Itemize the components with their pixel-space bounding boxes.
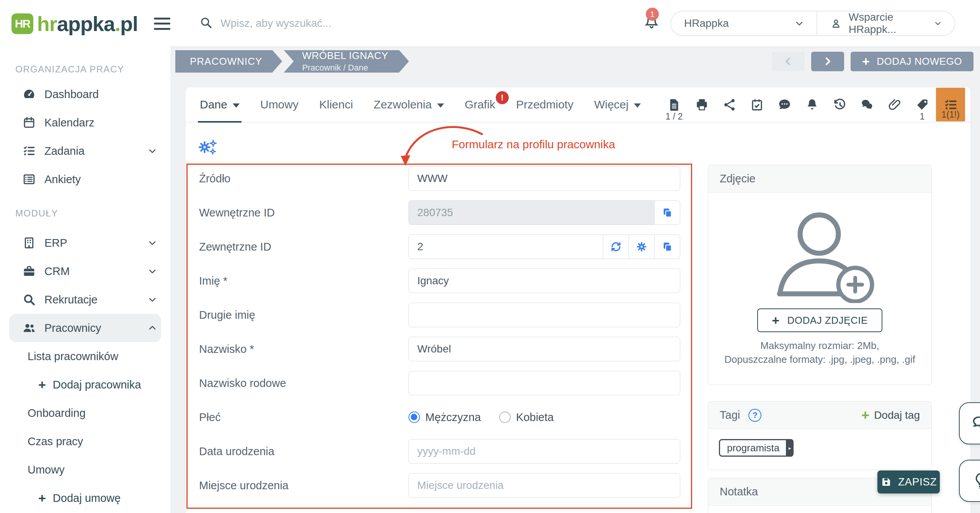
avatar-placeholder-icon [763,200,877,303]
refresh-button[interactable] [603,234,629,259]
sidebar-item-dashboard[interactable]: Dashboard [9,80,161,108]
documents-tool-button[interactable]: 1 / 2 [660,87,688,122]
sidebar-item-ankiety[interactable]: Ankiety [9,165,161,193]
tag-chip-programista[interactable]: programista ▸ [719,439,794,457]
save-button[interactable]: ZAPISZ [877,470,940,493]
tab-label: Przedmioty [516,98,573,111]
data-urodzenia-input[interactable] [408,439,680,464]
zewnetrzne-id-input[interactable] [408,234,603,259]
field-label: Źródło [199,172,408,185]
add-new-label: DODAJ NOWEGO [877,56,962,67]
sidebar-item-label: Rekrutacje [44,293,98,306]
chevron-down-icon [795,19,804,28]
add-photo-button[interactable]: + DODAJ ZDJĘCIE [757,308,882,332]
sidebar-subitem-dodaj-pracownika[interactable]: +Dodaj pracownika [0,370,170,399]
radio-kobieta[interactable] [499,411,511,423]
sidebar-subitem-label: Czas pracy [28,435,83,448]
field-label: Płeć [199,411,408,424]
sidebar-item-kalendarz[interactable]: Kalendarz [9,108,161,137]
nazwisko-input[interactable] [408,337,680,361]
zrodlo-input[interactable] [408,166,680,191]
chat-fab-button[interactable] [959,402,980,444]
previous-record-button[interactable] [772,52,805,71]
sidebar-subitem-lista-pracownikow[interactable]: Lista pracowników [0,342,170,370]
settings-button[interactable] [629,234,655,259]
sidebar-item-erp[interactable]: ERP [9,229,161,257]
add-tag-button[interactable]: + Dodaj tag [861,408,920,422]
tab-label: Zezwolenia [374,98,432,111]
form-row-plec: Płeć Mężczyzna Kobieta [199,405,680,429]
logo-dot: . [115,12,120,35]
photo-hint-formats: Dopuszczalne formaty: .jpg, .jpeg, .png,… [716,353,924,367]
chevron-down-icon [148,239,157,247]
share-tool-button[interactable] [715,87,743,122]
drugie-imie-input[interactable] [408,303,680,327]
comment-tool-button[interactable] [771,87,798,122]
calendar-icon [22,116,36,129]
sidebar-subitem-dodaj-umowe[interactable]: +Dodaj umowę [0,484,170,512]
field-label: Wewnętrzne ID [199,207,408,219]
search-icon [199,16,213,31]
help-icon[interactable]: ? [748,409,761,422]
breadcrumb-employee[interactable]: WRÓBEL IGNACY Pracownik / Dane [284,50,409,73]
annotation-text: Formularz na profilu pracownika [452,138,615,151]
radio-mezczyzna[interactable] [408,411,420,423]
copy-icon [661,241,673,253]
sidebar-subitem-label: Dodaj pracownika [53,379,141,391]
form-row-miejsce-urodzenia: Miejsce urodzenia [199,473,680,498]
notifications-button[interactable]: 1 [644,15,660,32]
sidebar-item-crm[interactable]: CRM [9,257,161,285]
organization-dropdown[interactable]: HRappka [671,11,817,35]
sidebar-item-label: Dashboard [44,88,99,101]
breadcrumb-pracownicy[interactable]: PRACOWNICY [175,50,282,73]
checklist-count: 1(1!) [936,110,965,120]
next-record-button[interactable] [811,52,844,71]
hamburger-menu-icon[interactable] [154,18,170,30]
imie-input[interactable] [408,269,680,293]
file-lines-icon [667,98,681,112]
users-icon [22,321,36,335]
calendar-check-tool-button[interactable] [743,87,771,122]
sidebar-subitem-onboarding[interactable]: Onboarding [0,399,170,427]
form-row-data-urodzenia: Data urodzenia [199,439,680,464]
tab-wiecej[interactable]: Więcej [584,87,651,122]
tab-grafik[interactable]: Grafik! [454,87,506,122]
copy-button[interactable] [655,200,680,225]
checklist-tool-button[interactable]: 1(1!) [936,88,965,121]
miejsce-urodzenia-input[interactable] [408,473,680,498]
form-row-nazwisko: Nazwisko * [199,337,680,361]
copy-button[interactable] [655,234,680,259]
sidebar-subitem-umowy[interactable]: Umowy [0,456,170,484]
field-label: Data urodzenia [199,445,408,458]
card-header: Dane Umowy Klienci Zezwolenia Grafik! Pr… [186,87,970,123]
print-tool-button[interactable] [688,87,715,122]
lightbulb-fab-button[interactable] [959,460,980,502]
comments-icon [860,98,874,112]
add-new-button[interactable]: + DODAJ NOWEGO [851,52,973,71]
sidebar-item-pracownicy[interactable]: Pracownicy [9,314,161,342]
breadcrumb-employee-sub: Pracownik / Dane [302,63,388,73]
nazwisko-rodowe-input[interactable] [408,371,680,395]
tab-dane[interactable]: Dane [189,87,250,122]
history-tool-button[interactable] [826,87,853,122]
sidebar-item-rekrutacje[interactable]: Rekrutacje [9,285,161,314]
tag-chip-handle[interactable]: ▸ [786,439,794,457]
search-input[interactable] [220,17,458,30]
form-settings-button[interactable] [198,139,218,159]
chevron-up-icon [148,324,157,332]
gender-radio-group: Mężczyzna Kobieta [408,411,567,424]
reminder-tool-button[interactable] [798,87,826,122]
chevron-right-icon [823,56,833,66]
chat-tool-button[interactable] [853,87,881,122]
sidebar-subitem-label: Lista pracowników [28,350,118,363]
tab-zezwolenia[interactable]: Zezwolenia [363,87,454,122]
file-pages-count: 1 / 2 [660,111,688,122]
tab-przedmioty[interactable]: Przedmioty [506,87,584,122]
sidebar-item-zadania[interactable]: Zadania [9,137,161,165]
tab-klienci[interactable]: Klienci [309,87,363,122]
tab-umowy[interactable]: Umowy [250,87,309,122]
sidebar-subitem-czas-pracy[interactable]: Czas pracy [0,427,170,456]
user-dropdown[interactable]: Wsparcie HRappk... [817,11,954,35]
attachments-tool-button[interactable] [881,87,908,122]
tags-tool-button[interactable]: 1 [908,87,936,122]
